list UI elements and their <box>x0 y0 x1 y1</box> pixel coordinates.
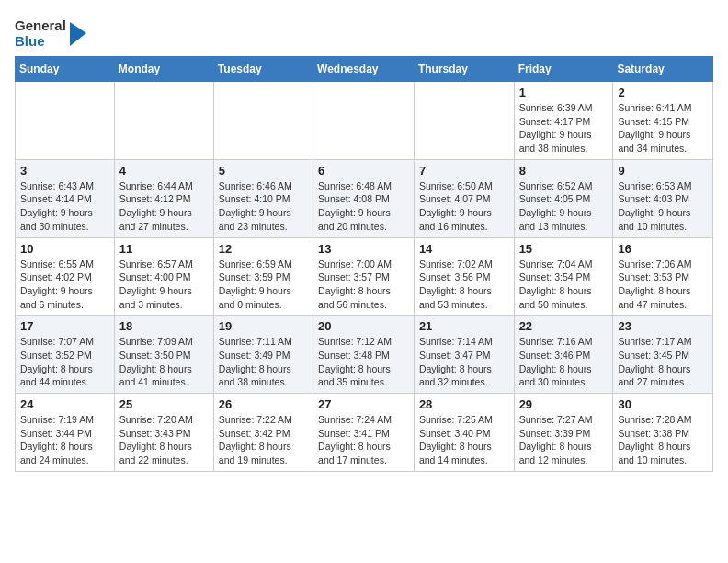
day-number: 23 <box>618 319 708 333</box>
day-info: Sunrise: 7:07 AM Sunset: 3:52 PM Dayligh… <box>20 335 109 389</box>
day-number: 22 <box>519 319 609 333</box>
day-info: Sunrise: 6:52 AM Sunset: 4:05 PM Dayligh… <box>519 179 609 234</box>
page-header: General Blue <box>15 15 713 49</box>
calendar-week-row: 3Sunrise: 6:43 AM Sunset: 4:14 PM Daylig… <box>16 159 713 237</box>
day-info: Sunrise: 7:27 AM Sunset: 3:39 PM Dayligh… <box>519 413 609 467</box>
day-number: 30 <box>618 397 708 411</box>
calendar-day-cell <box>213 82 313 160</box>
day-info: Sunrise: 7:17 AM Sunset: 3:45 PM Dayligh… <box>618 335 708 389</box>
svg-marker-0 <box>70 22 86 46</box>
day-info: Sunrise: 7:14 AM Sunset: 3:47 PM Dayligh… <box>419 335 509 389</box>
day-number: 10 <box>20 242 109 256</box>
day-info: Sunrise: 7:22 AM Sunset: 3:42 PM Dayligh… <box>219 413 308 467</box>
day-info: Sunrise: 7:09 AM Sunset: 3:50 PM Dayligh… <box>119 335 209 389</box>
day-number: 19 <box>219 319 308 333</box>
calendar-day-cell: 30Sunrise: 7:28 AM Sunset: 3:38 PM Dayli… <box>613 394 713 472</box>
day-info: Sunrise: 7:28 AM Sunset: 3:38 PM Dayligh… <box>618 413 708 467</box>
calendar-day-cell: 27Sunrise: 7:24 AM Sunset: 3:41 PM Dayli… <box>313 394 415 472</box>
calendar-day-cell: 16Sunrise: 7:06 AM Sunset: 3:53 PM Dayli… <box>613 237 713 316</box>
day-number: 4 <box>119 164 209 178</box>
day-info: Sunrise: 6:57 AM Sunset: 4:00 PM Dayligh… <box>119 258 209 312</box>
calendar-week-row: 1Sunrise: 6:39 AM Sunset: 4:17 PM Daylig… <box>16 82 713 160</box>
calendar-header-wednesday: Wednesday <box>313 57 415 82</box>
day-number: 12 <box>219 242 308 256</box>
calendar-day-cell: 14Sunrise: 7:02 AM Sunset: 3:56 PM Dayli… <box>414 237 514 316</box>
day-info: Sunrise: 6:59 AM Sunset: 3:59 PM Dayligh… <box>219 258 308 312</box>
day-number: 2 <box>618 86 708 99</box>
day-info: Sunrise: 7:11 AM Sunset: 3:49 PM Dayligh… <box>219 335 308 389</box>
logo: General Blue <box>15 18 88 49</box>
day-info: Sunrise: 6:50 AM Sunset: 4:07 PM Dayligh… <box>419 179 509 234</box>
calendar-day-cell: 25Sunrise: 7:20 AM Sunset: 3:43 PM Dayli… <box>114 394 213 472</box>
calendar-day-cell: 29Sunrise: 7:27 AM Sunset: 3:39 PM Dayli… <box>514 394 613 472</box>
calendar-day-cell: 8Sunrise: 6:52 AM Sunset: 4:05 PM Daylig… <box>514 159 613 237</box>
day-number: 1 <box>519 86 609 99</box>
calendar-day-cell: 2Sunrise: 6:41 AM Sunset: 4:15 PM Daylig… <box>613 82 713 160</box>
day-info: Sunrise: 7:00 AM Sunset: 3:57 PM Dayligh… <box>318 258 409 312</box>
day-number: 27 <box>318 397 409 411</box>
day-number: 26 <box>219 397 308 411</box>
day-info: Sunrise: 7:16 AM Sunset: 3:46 PM Dayligh… <box>519 335 609 389</box>
logo-blue: Blue <box>15 34 66 50</box>
calendar-week-row: 10Sunrise: 6:55 AM Sunset: 4:02 PM Dayli… <box>16 237 713 316</box>
calendar-day-cell <box>16 82 115 160</box>
calendar-day-cell: 13Sunrise: 7:00 AM Sunset: 3:57 PM Dayli… <box>313 237 415 316</box>
day-number: 6 <box>318 164 409 178</box>
calendar-day-cell: 15Sunrise: 7:04 AM Sunset: 3:54 PM Dayli… <box>514 237 613 316</box>
day-info: Sunrise: 6:39 AM Sunset: 4:17 PM Dayligh… <box>519 101 609 155</box>
day-number: 8 <box>519 164 609 178</box>
calendar-day-cell: 4Sunrise: 6:44 AM Sunset: 4:12 PM Daylig… <box>114 159 213 237</box>
calendar-day-cell: 6Sunrise: 6:48 AM Sunset: 4:08 PM Daylig… <box>313 159 415 237</box>
day-number: 15 <box>519 242 609 256</box>
day-info: Sunrise: 7:25 AM Sunset: 3:40 PM Dayligh… <box>419 413 509 467</box>
day-number: 18 <box>119 319 209 333</box>
day-number: 7 <box>419 164 509 178</box>
day-info: Sunrise: 7:04 AM Sunset: 3:54 PM Dayligh… <box>519 258 609 312</box>
calendar-day-cell: 7Sunrise: 6:50 AM Sunset: 4:07 PM Daylig… <box>414 159 514 237</box>
logo-triangle-icon <box>68 20 88 48</box>
calendar-day-cell: 17Sunrise: 7:07 AM Sunset: 3:52 PM Dayli… <box>16 316 115 394</box>
calendar-header-friday: Friday <box>514 57 613 82</box>
day-info: Sunrise: 7:06 AM Sunset: 3:53 PM Dayligh… <box>618 258 708 312</box>
day-number: 3 <box>20 164 109 178</box>
day-number: 29 <box>519 397 609 411</box>
calendar-day-cell: 24Sunrise: 7:19 AM Sunset: 3:44 PM Dayli… <box>16 394 115 472</box>
calendar-header-tuesday: Tuesday <box>213 57 313 82</box>
day-info: Sunrise: 6:53 AM Sunset: 4:03 PM Dayligh… <box>618 179 708 234</box>
day-info: Sunrise: 7:02 AM Sunset: 3:56 PM Dayligh… <box>419 258 509 312</box>
calendar-day-cell <box>114 82 213 160</box>
calendar-header-sunday: Sunday <box>16 57 115 82</box>
day-number: 5 <box>219 164 308 178</box>
calendar-day-cell: 9Sunrise: 6:53 AM Sunset: 4:03 PM Daylig… <box>613 159 713 237</box>
calendar-day-cell: 1Sunrise: 6:39 AM Sunset: 4:17 PM Daylig… <box>514 82 613 160</box>
calendar-day-cell <box>313 82 415 160</box>
day-number: 20 <box>318 319 409 333</box>
calendar-day-cell: 28Sunrise: 7:25 AM Sunset: 3:40 PM Dayli… <box>414 394 514 472</box>
day-number: 11 <box>119 242 209 256</box>
calendar-day-cell: 18Sunrise: 7:09 AM Sunset: 3:50 PM Dayli… <box>114 316 213 394</box>
calendar-day-cell: 5Sunrise: 6:46 AM Sunset: 4:10 PM Daylig… <box>213 159 313 237</box>
day-number: 28 <box>419 397 509 411</box>
day-number: 16 <box>618 242 708 256</box>
logo-general: General <box>15 18 66 34</box>
calendar-day-cell: 10Sunrise: 6:55 AM Sunset: 4:02 PM Dayli… <box>16 237 115 316</box>
calendar-day-cell: 19Sunrise: 7:11 AM Sunset: 3:49 PM Dayli… <box>213 316 313 394</box>
day-number: 13 <box>318 242 409 256</box>
calendar-day-cell: 21Sunrise: 7:14 AM Sunset: 3:47 PM Dayli… <box>414 316 514 394</box>
day-info: Sunrise: 6:55 AM Sunset: 4:02 PM Dayligh… <box>20 258 109 312</box>
day-number: 21 <box>419 319 509 333</box>
calendar-day-cell: 11Sunrise: 6:57 AM Sunset: 4:00 PM Dayli… <box>114 237 213 316</box>
day-number: 14 <box>419 242 509 256</box>
calendar-header-saturday: Saturday <box>613 57 713 82</box>
day-info: Sunrise: 7:12 AM Sunset: 3:48 PM Dayligh… <box>318 335 409 389</box>
calendar-day-cell: 22Sunrise: 7:16 AM Sunset: 3:46 PM Dayli… <box>514 316 613 394</box>
calendar-day-cell: 3Sunrise: 6:43 AM Sunset: 4:14 PM Daylig… <box>16 159 115 237</box>
calendar-week-row: 17Sunrise: 7:07 AM Sunset: 3:52 PM Dayli… <box>16 316 713 394</box>
calendar-table: SundayMondayTuesdayWednesdayThursdayFrid… <box>15 56 713 472</box>
day-number: 24 <box>20 397 109 411</box>
day-info: Sunrise: 6:41 AM Sunset: 4:15 PM Dayligh… <box>618 101 708 155</box>
calendar-day-cell <box>414 82 514 160</box>
calendar-day-cell: 12Sunrise: 6:59 AM Sunset: 3:59 PM Dayli… <box>213 237 313 316</box>
day-info: Sunrise: 6:46 AM Sunset: 4:10 PM Dayligh… <box>219 179 308 234</box>
day-number: 17 <box>20 319 109 333</box>
